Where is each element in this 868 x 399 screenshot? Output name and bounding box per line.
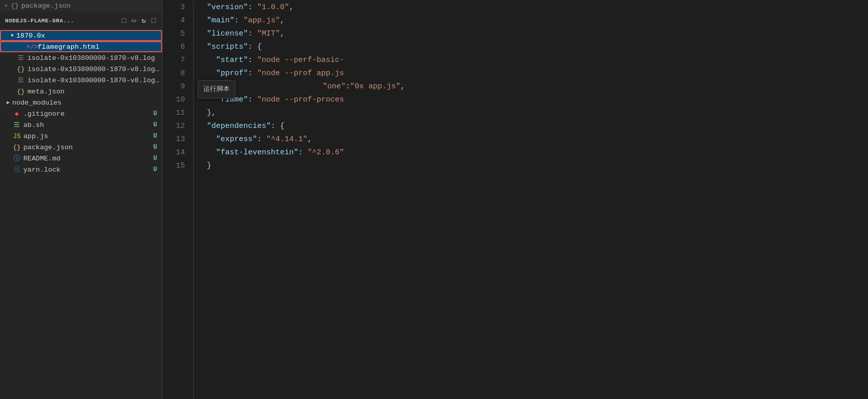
line-num-3: 3 [163, 1, 185, 14]
comma: , [280, 27, 285, 41]
collapse-button[interactable]: □ [150, 16, 157, 26]
json-key: "dependencies" [198, 120, 271, 133]
line-num-12: 12 [163, 120, 185, 133]
colon: : [234, 14, 243, 27]
file-label: isolate-0x103800000-1870-v8.log.j... [27, 65, 162, 73]
context-menu-tooltip[interactable]: 运行脚本 [198, 80, 235, 98]
colon: : [248, 67, 257, 80]
code-line-12: "dependencies": { [198, 120, 868, 133]
colon: : [271, 120, 280, 133]
code-line-9: 运行脚本 "one":"0x app.js", [198, 80, 868, 93]
spacer [8, 55, 16, 61]
code-line-8: "pprof": "node --prof app.js [198, 67, 868, 80]
comma: , [289, 1, 294, 14]
code-line-14: "fast-levenshtein": "^2.0.6" [198, 146, 868, 159]
colon: : [257, 133, 266, 146]
colon: : [248, 54, 257, 67]
line-num-11: 11 [163, 107, 185, 120]
json-key: "pprof" [198, 67, 248, 80]
line-num-7: 7 [163, 54, 185, 67]
shell-file-icon: ☰ [12, 121, 21, 129]
spacer [4, 167, 12, 173]
new-folder-button[interactable]: ▭ [131, 15, 137, 26]
folder-label: 1870.0x [16, 32, 162, 40]
sidebar-actions: □ ▭ ↻ □ [121, 15, 157, 26]
spacer [8, 66, 16, 72]
js-file-icon: JS [12, 132, 21, 140]
json-key: "main" [198, 14, 234, 27]
file-isolate-log[interactable]: ☰ isolate-0x103800000-1870-v8.log [0, 52, 162, 63]
code-line-15: } [198, 159, 868, 173]
file-app-js[interactable]: JS app.js U [0, 130, 162, 142]
line-num-14: 14 [163, 146, 185, 159]
modified-badge: U [153, 155, 162, 162]
colon: : [298, 146, 307, 159]
line-num-6: 6 [163, 41, 185, 54]
refresh-button[interactable]: ↻ [140, 15, 147, 26]
json-value: "node --prof-proces [257, 93, 344, 107]
modified-badge: U [153, 121, 162, 128]
code-line-6: "scripts": { [198, 41, 868, 54]
explorer-title: NODEJS-FLAME-GRA... [5, 18, 121, 24]
file-label: package.json [21, 2, 162, 10]
code-line-13: "express": "^4.14.1", [198, 133, 868, 146]
code-continuation: "one":"0x app.js", [323, 80, 405, 93]
file-label: meta.json [27, 88, 162, 95]
colon: : [248, 1, 257, 14]
log-file-icon: ☰ [16, 76, 25, 84]
line-num-10: 10 [163, 93, 185, 107]
file-label: flamegraph.html [38, 43, 162, 51]
modified-badge: U [153, 166, 162, 173]
code-line-11: }, [198, 107, 868, 120]
file-meta-json[interactable]: {} meta.json [0, 86, 162, 97]
file-readme-md[interactable]: ⓘ README.md U [0, 153, 162, 164]
colon: : [248, 41, 257, 54]
file-explorer: ✕ {} package.json NODEJS-FLAME-GRA... □ … [0, 0, 163, 399]
code-line-7: "start": "node --perf-basic- [198, 54, 868, 67]
file-ab-sh[interactable]: ☰ ab.sh U [0, 119, 162, 130]
folder-node-modules[interactable]: ► node_modules [0, 97, 162, 108]
file-flamegraph-html[interactable]: </> flamegraph.html [0, 41, 162, 52]
json-value: "MIT" [257, 27, 280, 41]
file-tree: ▼ 1870.0x </> flamegraph.html ☰ isolate-… [0, 30, 162, 399]
code-line-4: "main": "app.js", [198, 14, 868, 27]
editor-content: 3 4 5 6 7 8 9 10 11 12 13 14 15 "version… [163, 0, 868, 399]
folder-1870[interactable]: ▼ 1870.0x [0, 30, 162, 41]
json-file-icon: {} [10, 2, 19, 10]
file-package-json[interactable]: {} package.json U [0, 142, 162, 153]
info-icon: ⓘ [12, 154, 21, 163]
code-line-3: "version": "1.0.0", [198, 1, 868, 14]
line-num-15: 15 [163, 159, 185, 173]
open-brace: { [257, 41, 262, 54]
file-gitignore[interactable]: ◆ .gitignore U [0, 108, 162, 119]
chevron-icon: ✕ [2, 3, 10, 9]
line-num-5: 5 [163, 27, 185, 41]
log-file-icon: ☰ [16, 54, 25, 62]
file-item-package-json-top[interactable]: ✕ {} package.json [0, 0, 162, 11]
modified-badge: U [153, 132, 162, 140]
yarn-icon: ⛆ [12, 166, 21, 174]
spacer [4, 134, 12, 139]
comma: , [280, 14, 285, 27]
file-label: app.js [23, 132, 153, 140]
json-file-icon: {} [16, 88, 25, 95]
folder-label: node_modules [12, 99, 162, 107]
file-label: ab.sh [23, 121, 153, 129]
code-content[interactable]: "version": "1.0.0", "main": "app.js", "l… [194, 0, 868, 399]
new-file-button[interactable]: □ [121, 16, 128, 26]
json-value: "1.0.0" [257, 1, 289, 14]
close-brace: }, [198, 107, 216, 120]
file-yarn-lock[interactable]: ⛆ yarn.lock U [0, 164, 162, 175]
file-isolate-log-json[interactable]: {} isolate-0x103800000-1870-v8.log.j... [0, 63, 162, 75]
spacer [4, 156, 12, 161]
file-isolate-log-txt[interactable]: ☰ isolate-0x103800000-1870-v8.log.... [0, 75, 162, 86]
colon: : [248, 93, 257, 107]
line-num-8: 8 [163, 67, 185, 80]
git-icon: ◆ [12, 110, 21, 118]
modified-badge: U [153, 144, 162, 151]
spacer [8, 78, 16, 83]
file-label: isolate-0x103800000-1870-v8.log.... [27, 77, 162, 84]
chevron-right-icon: ► [4, 100, 12, 106]
tooltip-text: 运行脚本 [203, 85, 230, 93]
json-key: "start" [198, 54, 248, 67]
